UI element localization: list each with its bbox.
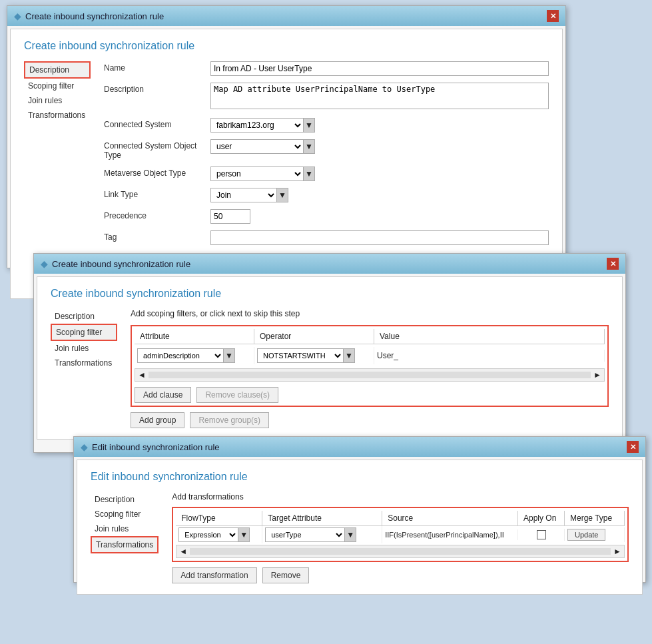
name-value: [210, 61, 549, 76]
transform-apply-cell: [518, 529, 565, 541]
scroll-right-icon[interactable]: ►: [593, 370, 601, 380]
precedence-input[interactable]: [210, 209, 250, 224]
window2-titlebar: ◆ Create inbound synchronization rule ✕: [34, 254, 625, 274]
operator-dropdown-arrow[interactable]: ▼: [343, 348, 355, 363]
transform-table-container: FlowType Target Attribute Source Apply O…: [172, 507, 629, 562]
apply-on-checkbox[interactable]: [537, 530, 546, 539]
col-target: Target Attribute: [262, 511, 382, 525]
scrollbar-track[interactable]: [149, 372, 591, 378]
window2-content: Create inbound synchronization rule Desc…: [37, 276, 623, 440]
window3-form: Add transformations FlowType Target Attr…: [172, 492, 629, 583]
connected-system-label: Connected System: [104, 118, 210, 129]
description-row: Description: [104, 83, 549, 111]
precedence-value: [210, 209, 549, 224]
window3-title: Edit inbound synchronization rule: [92, 442, 220, 452]
connected-system-object-select[interactable]: user: [210, 139, 304, 154]
add-clause-button[interactable]: Add clause: [135, 387, 191, 403]
transform-merge-cell: Update: [565, 527, 625, 542]
window3-close-button[interactable]: ✕: [627, 441, 639, 453]
window3-heading: Edit inbound synchronization rule: [91, 471, 629, 483]
filter-attribute-cell: adminDescription ▼: [135, 347, 254, 364]
name-input[interactable]: [210, 61, 549, 76]
connected-system-object-select-wrapper: user ▼: [210, 139, 549, 154]
flowtype-select-wrapper: Expression ▼: [178, 527, 259, 542]
attribute-dropdown-arrow[interactable]: ▼: [223, 348, 235, 363]
transform-scrollbar-track[interactable]: [190, 548, 611, 555]
window1-close-button[interactable]: ✕: [547, 10, 559, 22]
nav-transformations[interactable]: Transformations: [24, 108, 91, 123]
attribute-select[interactable]: adminDescription: [137, 348, 224, 363]
col-apply: Apply On: [518, 511, 565, 525]
metaverse-object-select-wrapper: person ▼: [210, 166, 549, 181]
nav3-scoping-filter[interactable]: Scoping filter: [91, 507, 159, 521]
transform-button-row: Add transformation Remove: [172, 567, 629, 583]
window1-titlebar: ◆ Create inbound synchronization rule ✕: [7, 6, 565, 26]
description-label: Description: [104, 83, 210, 94]
nav3-description[interactable]: Description: [91, 492, 159, 507]
window3-content: Edit inbound synchronization rule Descri…: [77, 460, 643, 595]
window3-body: Description Scoping filter Join rules Tr…: [91, 492, 629, 583]
transform-table-row: Expression ▼ userType ▼: [176, 526, 625, 543]
connected-system-dropdown-arrow[interactable]: ▼: [303, 118, 315, 133]
transform-source-cell: IIF(IsPresent([userPrincipalName]),II: [382, 529, 518, 540]
attribute-select-wrapper: adminDescription ▼: [137, 348, 251, 363]
filter-scrollbar[interactable]: ◄ ►: [135, 368, 605, 382]
add-group-button[interactable]: Add group: [131, 412, 184, 428]
add-transformation-button[interactable]: Add transformation: [172, 567, 256, 583]
window1-close-icon: ✕: [550, 12, 556, 21]
scoping-subtitle: Add scoping filters, or click next to sk…: [131, 309, 609, 318]
link-type-row: Link Type Join ▼: [104, 188, 549, 202]
window2-heading: Create inbound synchronization rule: [51, 288, 609, 300]
transformations-subtitle: Add transformations: [172, 492, 629, 501]
remove-transformation-button[interactable]: Remove: [262, 567, 310, 583]
flowtype-select[interactable]: Expression: [178, 527, 238, 542]
connected-system-object-dropdown-arrow[interactable]: ▼: [303, 139, 315, 154]
target-dropdown-arrow[interactable]: ▼: [344, 527, 356, 542]
nav3-join-rules[interactable]: Join rules: [91, 521, 159, 536]
connected-system-object-value: user ▼: [210, 139, 549, 154]
filter-table-header: Attribute Operator Value: [135, 329, 605, 344]
description-input[interactable]: [210, 83, 549, 109]
transform-scroll-right-icon[interactable]: ►: [613, 547, 621, 556]
window2-body: Description Scoping filter Join rules Tr…: [51, 309, 609, 428]
transform-scroll-left-icon[interactable]: ◄: [179, 547, 187, 556]
nav2-join-rules[interactable]: Join rules: [51, 341, 117, 356]
tag-value: [210, 230, 549, 245]
nav-description[interactable]: Description: [24, 61, 91, 79]
connected-system-select[interactable]: fabrikam123.org: [210, 118, 304, 133]
tag-input[interactable]: [210, 230, 549, 245]
window2-icon: ◆: [41, 258, 48, 269]
target-select[interactable]: userType: [265, 527, 345, 542]
metaverse-object-select[interactable]: person: [210, 166, 304, 181]
window-transformations: ◆ Edit inbound synchronization rule ✕ Ed…: [73, 436, 646, 583]
link-type-dropdown-arrow[interactable]: ▼: [276, 188, 288, 202]
window-scoping: ◆ Create inbound synchronization rule ✕ …: [33, 253, 626, 453]
operator-select[interactable]: NOTSTARTSWITH: [257, 348, 344, 363]
metaverse-object-dropdown-arrow[interactable]: ▼: [303, 166, 315, 181]
target-select-wrapper: userType ▼: [265, 527, 379, 542]
col-operator: Operator: [254, 329, 374, 344]
scroll-left-icon[interactable]: ◄: [138, 370, 146, 380]
col-merge: Merge Type: [565, 511, 625, 525]
window2-close-button[interactable]: ✕: [607, 258, 619, 270]
transform-target-cell: userType ▼: [262, 526, 382, 543]
window2-form: Add scoping filters, or click next to sk…: [131, 309, 609, 428]
metaverse-object-label: Metaverse Object Type: [104, 166, 210, 178]
merge-type-button[interactable]: Update: [567, 529, 605, 541]
nav-join-rules[interactable]: Join rules: [24, 93, 91, 108]
window1-icon: ◆: [14, 11, 21, 21]
nav2-description[interactable]: Description: [51, 309, 117, 324]
nav-scoping-filter[interactable]: Scoping filter: [24, 79, 91, 93]
nav2-scoping-filter[interactable]: Scoping filter: [51, 324, 117, 341]
tag-row: Tag: [104, 230, 549, 245]
remove-clause-button[interactable]: Remove clause(s): [196, 387, 278, 403]
transform-scrollbar[interactable]: ◄ ►: [176, 545, 625, 558]
link-type-select[interactable]: Join: [210, 188, 277, 202]
nav2-transformations[interactable]: Transformations: [51, 356, 117, 370]
remove-group-button[interactable]: Remove group(s): [190, 412, 269, 428]
flowtype-dropdown-arrow[interactable]: ▼: [238, 527, 250, 542]
link-type-label: Link Type: [104, 188, 210, 199]
transform-flowtype-cell: Expression ▼: [176, 526, 262, 543]
transform-table-header: FlowType Target Attribute Source Apply O…: [176, 511, 625, 526]
nav3-transformations[interactable]: Transformations: [91, 536, 159, 553]
